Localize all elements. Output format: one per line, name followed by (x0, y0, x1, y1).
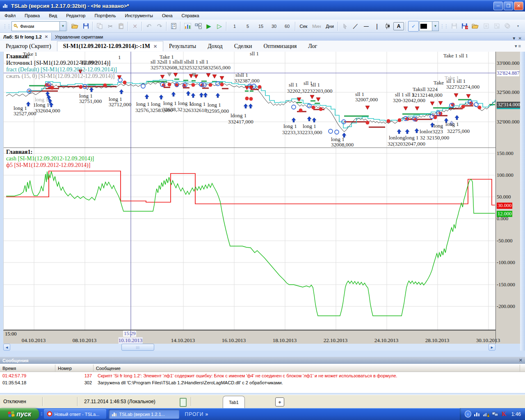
unit-Мин[interactable]: Мин (310, 21, 323, 31)
paste-button[interactable] (116, 21, 126, 31)
chart-view-button[interactable] (183, 21, 192, 31)
column-header-1[interactable]: Номер (55, 365, 94, 372)
timeframe-1[interactable]: 1 (228, 21, 241, 31)
color-dropdown[interactable]: ▼ (432, 21, 439, 31)
subtab-1[interactable]: SI-M1(12.09.2012-12.09.2014):-:1M✕ (57, 41, 164, 51)
timeframe-30[interactable]: 30 (268, 21, 280, 31)
scroll-thumb[interactable]: ||| (121, 344, 154, 351)
save-button[interactable] (81, 21, 91, 31)
vline-tool[interactable]: | (372, 21, 382, 31)
ungroup-button[interactable] (492, 21, 502, 31)
unit-Дни[interactable]: Дни (324, 21, 336, 31)
status-tab1[interactable]: Tab1 (223, 396, 245, 408)
axis-date-label: 04.10.2013 (22, 337, 46, 344)
color-swatch[interactable] (419, 21, 432, 31)
scroll-left-arrow[interactable]: ◄ (3, 344, 10, 351)
menu-item-Инструменты[interactable]: Инструменты (120, 12, 158, 19)
hline-tool[interactable]: — (361, 21, 371, 31)
status-bar: Отключен 27.11.2014 1:46:53 (Локальное) … (0, 395, 525, 409)
antivirus-icon[interactable]: K (501, 411, 507, 418)
text-tool[interactable]: A (393, 22, 404, 30)
apply-check[interactable]: ✓ (408, 21, 419, 32)
tabs-close-icon[interactable]: ✕ (518, 36, 522, 41)
menu-item-Окна[interactable]: Окна (158, 12, 177, 19)
quicklaunch-label[interactable]: ПРОГИ (185, 411, 204, 417)
cut-button[interactable]: ✂ (105, 21, 115, 31)
quicklaunch-chevron[interactable]: » (205, 411, 208, 417)
subtab-6[interactable]: Лог (302, 41, 323, 51)
hide-icons-icon[interactable]: ‹ (465, 411, 471, 418)
message-row[interactable]: 01:42:57.79137Скрипт 'Si fr long 1.2': Э… (0, 372, 525, 379)
price-chart[interactable]: Главная:Источник1 [SI-M1(12.09.2012-12.0… (3, 52, 496, 330)
column-header-0[interactable]: Время (0, 365, 55, 372)
tslab-tray-icon[interactable] (474, 411, 480, 418)
subtab-3[interactable]: Доход (202, 41, 228, 51)
menu-item-Правка[interactable]: Правка (20, 12, 44, 19)
taskbar-button-opera[interactable]: Новый ответ - TSLa... (44, 409, 106, 419)
network-icon[interactable] (492, 411, 498, 418)
run-button[interactable]: ▶ (204, 21, 214, 31)
menu-item-Файл[interactable]: Файл (0, 12, 20, 19)
subtab-0[interactable]: Редактор (Скрипт) (0, 41, 57, 51)
time-axis[interactable]: 15:00 15:29 04.10.201308.10.201310.10.20… (3, 330, 495, 344)
trade-label: 32233,332233,000 (282, 130, 322, 135)
undo-button[interactable]: ↶ (144, 21, 154, 31)
messages-close-icon[interactable]: ✕ (519, 358, 523, 363)
script-blocks-button[interactable] (193, 21, 203, 31)
menu-item-Портфель[interactable]: Портфель (90, 12, 120, 19)
account-dropdown[interactable]: ▼ (60, 21, 66, 31)
run-step-button[interactable]: ▷ (215, 21, 224, 31)
toolbar-overflow[interactable]: ▾ (513, 21, 523, 31)
minimize-button[interactable]: ─ (493, 2, 503, 10)
copy-button[interactable] (95, 21, 105, 31)
properties-button[interactable] (169, 21, 178, 31)
candle-tool[interactable] (383, 21, 393, 31)
save-as-button[interactable]: 18 (460, 21, 470, 31)
menu-item-Вид[interactable]: Вид (44, 12, 62, 19)
connection-warning-icon[interactable] (483, 411, 489, 418)
subtab-5[interactable]: Оптимизация (258, 41, 303, 51)
save-layout-button[interactable] (449, 21, 459, 31)
account-combo[interactable]: Финам (11, 21, 60, 31)
trade-label: sll 1 (311, 82, 320, 87)
timeframe-5[interactable]: 5 (242, 21, 254, 31)
trade-label: slsll 1 (235, 72, 248, 78)
tabs-collapse-icon[interactable]: ▼ (512, 36, 516, 41)
tab-script-management[interactable]: Управление скриптами (52, 33, 106, 41)
trade-label: long 1 (283, 123, 297, 129)
delete-button[interactable]: ✕ (130, 21, 140, 31)
subtab-close-icon[interactable]: ✕ (153, 44, 157, 49)
redo-button[interactable]: ↷ (155, 21, 164, 31)
axis-price-label: 32'314.000 (497, 102, 521, 109)
unit-Сек[interactable]: Сек (297, 21, 310, 31)
chart-hscrollbar[interactable]: ◄ ||| ► (3, 344, 495, 351)
layers-button[interactable] (502, 21, 512, 31)
price-axis[interactable]: 33'000.00032'500.00032'000.00032'824.887… (495, 52, 520, 344)
load-layout-button[interactable] (470, 21, 480, 31)
window-edge (520, 52, 525, 351)
maximize-button[interactable]: ❐ (504, 2, 513, 10)
close-button[interactable]: ✕ (514, 2, 523, 10)
trendline-tool[interactable]: ／ (351, 21, 361, 31)
tab-lab-si-fr-long[interactable]: Лаб: Si fr long 1.2 ✕ (0, 33, 52, 41)
message-row[interactable]: 01:35:54.18302Загружена dll 'C:\Program … (0, 379, 525, 386)
cursor-tool[interactable] (340, 21, 350, 31)
timeframe-15[interactable]: 15 (255, 21, 267, 31)
taskbar: пуск ⁞⁞ Новый ответ - TSLa...TSLab (верс… (0, 408, 525, 420)
open-button[interactable] (70, 21, 80, 31)
messages-header[interactable]: ВремяНомерСообщение (0, 365, 525, 372)
subtab-4[interactable]: Сделки (228, 41, 258, 51)
timeframe-60[interactable]: 60 (281, 21, 293, 31)
add-tab-button[interactable]: + (275, 397, 284, 406)
tab-close-icon[interactable]: ✕ (45, 34, 48, 39)
menu-item-Редактор[interactable]: Редактор (62, 12, 90, 19)
task-label: TSLab (версия 1.2.1... (119, 412, 165, 417)
subtab-2[interactable]: Результаты (163, 41, 202, 51)
column-header-2[interactable]: Сообщение (94, 365, 520, 372)
subtabs-menu-icon[interactable]: ▾ ≡ (515, 43, 525, 49)
menu-item-Справка[interactable]: Справка (177, 12, 204, 19)
scroll-right-arrow[interactable]: ► (488, 344, 495, 351)
start-button[interactable]: пуск (0, 408, 39, 420)
group-button[interactable] (481, 21, 491, 31)
taskbar-button-tslab[interactable]: TSLab (версия 1.2.1... (109, 409, 179, 419)
